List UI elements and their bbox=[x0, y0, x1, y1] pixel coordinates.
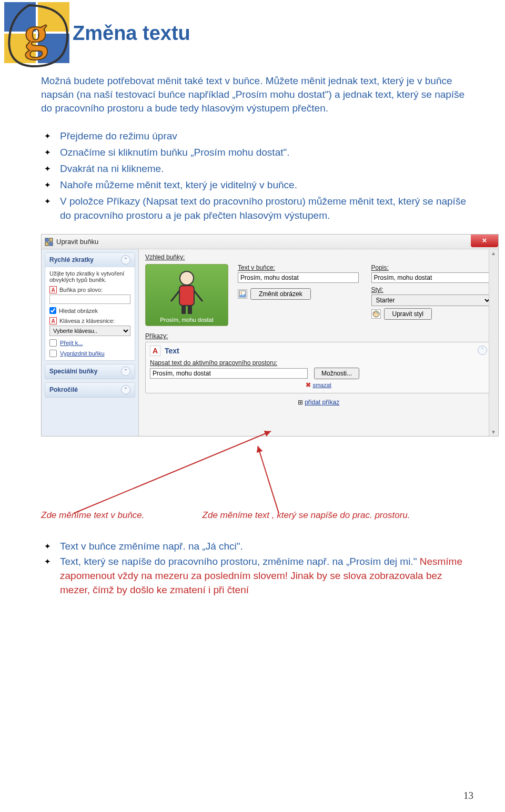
vertical-scrollbar[interactable] bbox=[489, 249, 498, 436]
chevron-down-icon: ˇ bbox=[121, 385, 130, 394]
svg-line-21 bbox=[74, 431, 271, 513]
svg-rect-10 bbox=[179, 286, 194, 306]
description-input[interactable] bbox=[371, 272, 492, 283]
svg-rect-8 bbox=[49, 242, 53, 246]
goto-icon bbox=[49, 339, 57, 347]
delete-x-icon: ✖ bbox=[306, 381, 311, 389]
dialog-main: Vzhled buňky: Prosím, mohu dostat bbox=[139, 249, 498, 436]
chevron-down-icon: ˇ bbox=[121, 367, 130, 376]
letter-a-icon: A bbox=[49, 317, 57, 324]
svg-point-20 bbox=[377, 312, 378, 313]
cell-text-input[interactable] bbox=[238, 272, 359, 283]
description-label: Popis: bbox=[371, 264, 492, 271]
svg-line-12 bbox=[194, 291, 203, 301]
chevron-up-icon: ˆ bbox=[121, 255, 130, 265]
cell-preview-caption: Prosím, mohu dostat bbox=[160, 317, 214, 323]
svg-rect-13 bbox=[181, 306, 186, 314]
quick-desc: Užijte tyto zkratky k vytvoření obvyklýc… bbox=[49, 270, 130, 283]
add-command-link[interactable]: přidat příkaz bbox=[305, 399, 339, 406]
search-image-checkbox[interactable] bbox=[49, 307, 56, 314]
caption-right: Zde měníme text , který se napíše do pra… bbox=[203, 510, 410, 521]
list-item: Text v buňce změníme např. na „Já chci". bbox=[41, 540, 473, 554]
sidebar-quick-label: Rychlé zkratky bbox=[49, 256, 94, 263]
cell-text-label: Text v buňce: bbox=[238, 264, 359, 271]
options-button[interactable]: Možnosti... bbox=[314, 368, 359, 379]
palette-icon bbox=[371, 309, 381, 319]
svg-line-11 bbox=[171, 291, 179, 301]
dialog-screenshot: Upravit buňku × Rychlé zkratky ˆ Užijte … bbox=[41, 234, 499, 437]
sidebar-section-special[interactable]: Speciální buňky ˇ bbox=[45, 364, 135, 379]
window-grid-icon bbox=[45, 238, 53, 246]
annotation-captions: Zde měníme text v buňce. Zde měníme text… bbox=[41, 510, 473, 521]
command-title: Text bbox=[165, 347, 179, 355]
command-sublabel: Napsat text do aktivního pracovního pros… bbox=[150, 359, 487, 367]
close-button[interactable]: × bbox=[471, 235, 498, 247]
list-item: Přejdeme do režimu úprav bbox=[41, 129, 473, 144]
sidebar-special-label: Speciální buňky bbox=[49, 368, 97, 375]
search-image-label: Hledat obrázek bbox=[59, 308, 98, 314]
annotation-arrows bbox=[37, 430, 500, 520]
svg-line-22 bbox=[258, 446, 279, 513]
empty-cell-link[interactable]: Vyprázdnit buňku bbox=[49, 350, 130, 357]
commands-label: Příkazy: bbox=[145, 332, 492, 340]
svg-rect-14 bbox=[188, 306, 192, 314]
page-title: Změna textu bbox=[73, 22, 473, 45]
keyboard-key-label: Klávesa z klávesnice: bbox=[59, 318, 115, 324]
person-icon bbox=[146, 270, 228, 315]
sidebar-section-quick[interactable]: Rychlé zkratky ˆ bbox=[45, 253, 135, 267]
word-cell-input[interactable] bbox=[49, 295, 130, 304]
dialog-sidebar: Rychlé zkratky ˆ Užijte tyto zkratky k v… bbox=[42, 249, 139, 436]
list-item: Text, který se napíše do pracovního pros… bbox=[41, 555, 473, 597]
change-image-button[interactable]: Změnit obrázek bbox=[250, 288, 311, 300]
caption-left: Zde měníme text v buňce. bbox=[41, 510, 145, 521]
appearance-label: Vzhled buňky: bbox=[145, 253, 492, 261]
svg-rect-5 bbox=[45, 238, 48, 241]
image-icon bbox=[238, 289, 247, 299]
svg-rect-6 bbox=[49, 238, 53, 241]
goto-link[interactable]: Přejít k... bbox=[49, 339, 130, 347]
edit-style-button[interactable]: Upravit styl bbox=[384, 308, 432, 320]
command-text-input[interactable] bbox=[150, 368, 308, 379]
plus-icon: ⊞ bbox=[298, 399, 303, 406]
sidebar-advanced-label: Pokročilé bbox=[49, 386, 78, 393]
svg-point-18 bbox=[374, 312, 375, 313]
dialog-titlebar: Upravit buňku bbox=[42, 235, 498, 249]
list-item: Označíme si kliknutím buňku „Prosím mohu… bbox=[41, 146, 473, 160]
svg-text:g: g bbox=[24, 8, 48, 60]
command-box: ˇ A Text Napsat text do aktivního pracov… bbox=[145, 342, 492, 393]
word-cell-label: Buňka pro slovo: bbox=[59, 287, 103, 293]
svg-point-19 bbox=[376, 312, 377, 313]
cell-preview: Prosím, mohu dostat bbox=[145, 264, 228, 326]
style-select[interactable]: Starter bbox=[371, 295, 492, 306]
page-number: 13 bbox=[463, 790, 473, 801]
letter-a-icon: A bbox=[150, 346, 160, 356]
keyboard-key-select[interactable]: Vyberte klávesu.. bbox=[49, 326, 130, 336]
list-item: Dvakrát na ni klikneme. bbox=[41, 162, 473, 176]
list-item: Nahoře můžeme měnit text, který je vidit… bbox=[41, 178, 473, 192]
bullet-list-2: Text v buňce změníme např. na „Já chci".… bbox=[41, 540, 473, 597]
svg-rect-7 bbox=[45, 242, 48, 246]
bullet-list-1: Přejdeme do režimu úprav Označíme si kli… bbox=[41, 129, 473, 223]
intro-paragraph: Možná budete potřebovat měnit také text … bbox=[41, 74, 473, 116]
sidebar-section-advanced[interactable]: Pokročilé ˇ bbox=[45, 383, 135, 397]
svg-point-16 bbox=[241, 292, 243, 294]
list-item: V položce Příkazy (Napsat text do pracov… bbox=[41, 195, 473, 223]
app-logo: g bbox=[0, 0, 82, 74]
empty-icon bbox=[49, 350, 57, 357]
letter-a-icon: A bbox=[49, 286, 57, 293]
svg-point-9 bbox=[180, 271, 194, 285]
style-label: Styl: bbox=[371, 286, 492, 293]
dialog-title: Upravit buňku bbox=[56, 238, 98, 246]
delete-command-link[interactable]: smazat bbox=[312, 382, 331, 388]
